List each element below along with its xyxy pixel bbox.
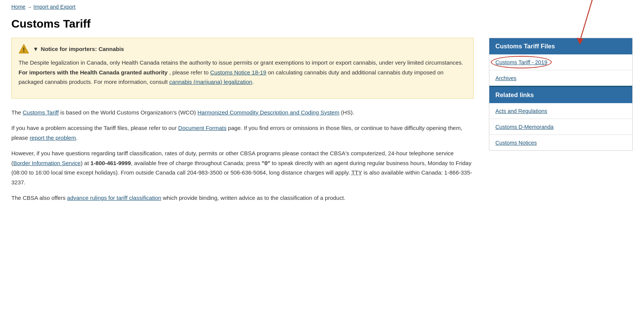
paragraph-3: However, if you have questions regarding… [11,148,474,187]
paragraph-1: The Customs Tariff is based on the World… [11,108,474,117]
advance-rulings-link[interactable]: advance rulings for tariff classificatio… [67,195,161,201]
notice-body-1: Despite legalization in Canada, only Hea… [30,59,463,66]
customs-tariff-link[interactable]: Customs Tariff [23,109,59,116]
sidebar-acts-regulations: Acts and Regulations [489,103,632,119]
sidebar-box: Customs Tariff Files Customs Tariff - 20… [489,38,633,151]
tariff-2019-wrapper: Customs Tariff - 2019 [495,59,547,65]
sidebar-tariff-2019: Customs Tariff - 2019 [489,54,632,70]
paragraph-2: If you have a problem accessing the Tari… [11,123,474,142]
sidebar-links: Customs Tariff - 2019 Archives [489,54,632,86]
notice-body: The Despite legalization in Canada, only… [19,58,467,87]
sidebar-customs-d-memoranda: Customs D-Memoranda [489,119,632,135]
para1-end: (HS). [341,109,354,116]
notice-title: ▼ Notice for importers: Cannabis [33,46,124,52]
harmonized-link[interactable]: Harmonized Commodity Description and Cod… [197,109,339,116]
sidebar-related-header: Related links [489,86,632,103]
paragraph-4: The CBSA also offers advance rulings for… [11,193,474,203]
sidebar-files-header: Customs Tariff Files [489,38,632,54]
breadcrumb-separator: → [27,4,32,10]
sidebar-related-links: Acts and Regulations Customs D-Memoranda… [489,103,632,150]
zero-key: "0" [262,160,270,166]
report-problem-link[interactable]: report the problem [29,134,76,141]
notice-period: . [252,79,254,85]
tty-abbr: TTY [351,169,362,176]
notice-bold: For importers with the Health Canada gra… [19,69,168,76]
notice-body-2: , please refer to [169,69,208,76]
notice-box: ! ▼ Notice for importers: Cannabis The D… [11,38,474,99]
document-formats-link[interactable]: Document Formats [178,125,227,131]
cannabis-legalization-link[interactable]: cannabis (marijuana) legalization [169,79,252,85]
svg-text:!: ! [23,47,25,53]
archives-link[interactable]: Archives [495,75,517,81]
notice-text-1: The [19,59,28,66]
sidebar: Customs Tariff Files Customs Tariff - 20… [489,38,633,151]
breadcrumb-import-export[interactable]: Import and Export [33,4,75,10]
customs-notices-link[interactable]: Customs Notices [495,140,537,146]
notice-toggle[interactable]: ▼ [33,46,39,52]
acts-regulations-link[interactable]: Acts and Regulations [495,108,547,114]
breadcrumb: Home → Import and Export [11,4,633,10]
customs-tariff-2019-link[interactable]: Customs Tariff - 2019 [495,59,547,65]
customs-d-memoranda-link[interactable]: Customs D-Memoranda [495,124,554,130]
notice-header: ! ▼ Notice for importers: Cannabis [19,43,467,54]
main-layout: ! ▼ Notice for importers: Cannabis The D… [11,38,633,209]
content-area: ! ▼ Notice for importers: Cannabis The D… [11,38,474,209]
phone-number-1: 1-800-461-9999 [90,160,131,166]
sidebar-archives: Archives [489,70,632,86]
sidebar-customs-notices: Customs Notices [489,135,632,150]
warning-icon: ! [19,43,29,54]
customs-notice-link[interactable]: Customs Notice 18-19 [210,69,266,76]
breadcrumb-home[interactable]: Home [11,4,25,10]
page-title: Customs Tariff [11,17,633,30]
para1-start: The [11,109,21,116]
border-info-link[interactable]: Border Information Service [13,160,81,166]
page-wrapper: Home → Import and Export Customs Tariff … [0,0,644,220]
